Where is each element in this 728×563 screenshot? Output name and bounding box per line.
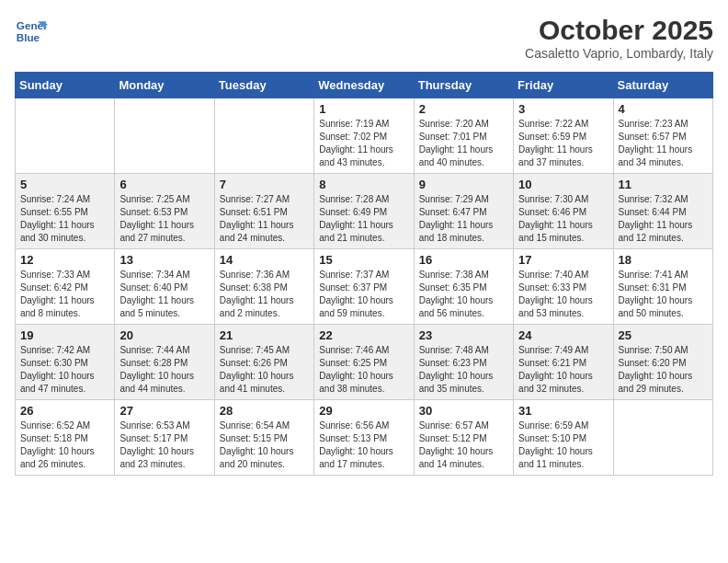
- day-info: Sunrise: 7:46 AM Sunset: 6:25 PM Dayligh…: [319, 344, 408, 396]
- weekday-header-thursday: Thursday: [414, 73, 513, 98]
- day-number: 19: [20, 328, 109, 342]
- day-info: Sunrise: 7:19 AM Sunset: 7:02 PM Dayligh…: [319, 118, 408, 169]
- day-number: 12: [20, 253, 109, 267]
- day-number: 22: [319, 328, 408, 342]
- day-number: 30: [419, 404, 508, 418]
- calendar-cell: 24Sunrise: 7:49 AM Sunset: 6:21 PM Dayli…: [514, 325, 613, 400]
- day-info: Sunrise: 7:49 AM Sunset: 6:21 PM Dayligh…: [518, 344, 608, 396]
- day-number: 10: [518, 178, 608, 191]
- calendar-cell: 30Sunrise: 6:57 AM Sunset: 5:12 PM Dayli…: [414, 400, 513, 476]
- weekday-header-sunday: Sunday: [16, 73, 115, 98]
- calendar-table: SundayMondayTuesdayWednesdayThursdayFrid…: [15, 72, 713, 476]
- day-info: Sunrise: 7:25 AM Sunset: 6:53 PM Dayligh…: [119, 193, 209, 245]
- day-info: Sunrise: 7:33 AM Sunset: 6:42 PM Dayligh…: [20, 269, 109, 320]
- day-info: Sunrise: 7:29 AM Sunset: 6:47 PM Dayligh…: [419, 193, 508, 245]
- day-info: Sunrise: 7:37 AM Sunset: 6:37 PM Dayligh…: [319, 269, 408, 320]
- calendar-cell: 17Sunrise: 7:40 AM Sunset: 6:33 PM Dayli…: [514, 249, 613, 325]
- day-number: 1: [319, 102, 408, 116]
- svg-text:Blue: Blue: [17, 31, 40, 43]
- day-number: 29: [319, 404, 408, 418]
- day-number: 15: [319, 253, 408, 267]
- weekday-header-friday: Friday: [514, 73, 613, 98]
- day-info: Sunrise: 7:27 AM Sunset: 6:51 PM Dayligh…: [220, 193, 309, 245]
- calendar-cell: 7Sunrise: 7:27 AM Sunset: 6:51 PM Daylig…: [214, 174, 313, 249]
- day-info: Sunrise: 7:22 AM Sunset: 6:59 PM Dayligh…: [518, 118, 608, 169]
- calendar-cell: 20Sunrise: 7:44 AM Sunset: 6:28 PM Dayli…: [115, 325, 214, 400]
- calendar-cell: 3Sunrise: 7:22 AM Sunset: 6:59 PM Daylig…: [514, 98, 613, 174]
- calendar-week-row: 5Sunrise: 7:24 AM Sunset: 6:55 PM Daylig…: [16, 174, 713, 249]
- day-number: 2: [419, 102, 508, 116]
- day-info: Sunrise: 7:30 AM Sunset: 6:46 PM Dayligh…: [518, 193, 608, 245]
- day-info: Sunrise: 7:32 AM Sunset: 6:44 PM Dayligh…: [619, 193, 708, 245]
- calendar-cell: 11Sunrise: 7:32 AM Sunset: 6:44 PM Dayli…: [613, 174, 712, 249]
- day-number: 9: [419, 178, 508, 191]
- day-info: Sunrise: 7:44 AM Sunset: 6:28 PM Dayligh…: [119, 344, 209, 396]
- day-info: Sunrise: 7:42 AM Sunset: 6:30 PM Dayligh…: [20, 344, 109, 396]
- day-info: Sunrise: 7:41 AM Sunset: 6:31 PM Dayligh…: [619, 269, 708, 320]
- day-info: Sunrise: 7:48 AM Sunset: 6:23 PM Dayligh…: [419, 344, 508, 396]
- calendar-cell: 16Sunrise: 7:38 AM Sunset: 6:35 PM Dayli…: [414, 249, 513, 325]
- day-number: 23: [419, 328, 508, 342]
- calendar-cell: 8Sunrise: 7:28 AM Sunset: 6:49 PM Daylig…: [314, 174, 414, 249]
- calendar-cell: 23Sunrise: 7:48 AM Sunset: 6:23 PM Dayli…: [414, 325, 513, 400]
- calendar-cell: 18Sunrise: 7:41 AM Sunset: 6:31 PM Dayli…: [613, 249, 712, 325]
- day-info: Sunrise: 6:56 AM Sunset: 5:13 PM Dayligh…: [319, 419, 408, 471]
- day-number: 28: [220, 404, 309, 418]
- weekday-header-saturday: Saturday: [613, 73, 712, 98]
- page-header: General Blue October 2025 Casaletto Vapr…: [15, 15, 713, 61]
- calendar-cell: 14Sunrise: 7:36 AM Sunset: 6:38 PM Dayli…: [214, 249, 313, 325]
- calendar-cell: 21Sunrise: 7:45 AM Sunset: 6:26 PM Dayli…: [214, 325, 313, 400]
- day-number: 17: [518, 253, 608, 267]
- calendar-cell: 2Sunrise: 7:20 AM Sunset: 7:01 PM Daylig…: [414, 98, 513, 174]
- day-number: 21: [220, 328, 309, 342]
- calendar-week-row: 26Sunrise: 6:52 AM Sunset: 5:18 PM Dayli…: [16, 400, 713, 476]
- title-block: October 2025 Casaletto Vaprio, Lombardy,…: [525, 15, 713, 61]
- calendar-week-row: 1Sunrise: 7:19 AM Sunset: 7:02 PM Daylig…: [16, 98, 713, 174]
- calendar-week-row: 12Sunrise: 7:33 AM Sunset: 6:42 PM Dayli…: [16, 249, 713, 325]
- calendar-cell: 5Sunrise: 7:24 AM Sunset: 6:55 PM Daylig…: [16, 174, 115, 249]
- calendar-cell: 25Sunrise: 7:50 AM Sunset: 6:20 PM Dayli…: [613, 325, 712, 400]
- day-number: 14: [220, 253, 309, 267]
- day-info: Sunrise: 7:40 AM Sunset: 6:33 PM Dayligh…: [518, 269, 608, 320]
- day-number: 24: [518, 328, 608, 342]
- calendar-cell: 4Sunrise: 7:23 AM Sunset: 6:57 PM Daylig…: [613, 98, 712, 174]
- calendar-cell: 22Sunrise: 7:46 AM Sunset: 6:25 PM Dayli…: [314, 325, 414, 400]
- weekday-header-row: SundayMondayTuesdayWednesdayThursdayFrid…: [16, 73, 713, 98]
- day-info: Sunrise: 7:50 AM Sunset: 6:20 PM Dayligh…: [619, 344, 708, 396]
- weekday-header-monday: Monday: [115, 73, 214, 98]
- day-info: Sunrise: 7:28 AM Sunset: 6:49 PM Dayligh…: [319, 193, 408, 245]
- day-number: 11: [619, 178, 708, 191]
- calendar-cell: 1Sunrise: 7:19 AM Sunset: 7:02 PM Daylig…: [314, 98, 414, 174]
- day-info: Sunrise: 7:45 AM Sunset: 6:26 PM Dayligh…: [220, 344, 309, 396]
- day-number: 4: [619, 102, 708, 116]
- day-info: Sunrise: 7:24 AM Sunset: 6:55 PM Dayligh…: [20, 193, 109, 245]
- day-info: Sunrise: 6:52 AM Sunset: 5:18 PM Dayligh…: [20, 419, 109, 471]
- day-number: 25: [619, 328, 708, 342]
- logo: General Blue: [15, 15, 48, 48]
- logo-icon: General Blue: [15, 15, 48, 48]
- day-number: 5: [20, 178, 109, 191]
- day-number: 27: [119, 404, 209, 418]
- calendar-cell: 27Sunrise: 6:53 AM Sunset: 5:17 PM Dayli…: [115, 400, 214, 476]
- day-number: 6: [119, 178, 209, 191]
- calendar-cell: 13Sunrise: 7:34 AM Sunset: 6:40 PM Dayli…: [115, 249, 214, 325]
- weekday-header-tuesday: Tuesday: [214, 73, 313, 98]
- day-info: Sunrise: 6:54 AM Sunset: 5:15 PM Dayligh…: [220, 419, 309, 471]
- day-info: Sunrise: 6:57 AM Sunset: 5:12 PM Dayligh…: [419, 419, 508, 471]
- day-info: Sunrise: 7:36 AM Sunset: 6:38 PM Dayligh…: [220, 269, 309, 320]
- calendar-cell: 28Sunrise: 6:54 AM Sunset: 5:15 PM Dayli…: [214, 400, 313, 476]
- calendar-cell: 29Sunrise: 6:56 AM Sunset: 5:13 PM Dayli…: [314, 400, 414, 476]
- weekday-header-wednesday: Wednesday: [314, 73, 414, 98]
- calendar-cell: 10Sunrise: 7:30 AM Sunset: 6:46 PM Dayli…: [514, 174, 613, 249]
- day-info: Sunrise: 7:23 AM Sunset: 6:57 PM Dayligh…: [619, 118, 708, 169]
- calendar-cell: 19Sunrise: 7:42 AM Sunset: 6:30 PM Dayli…: [16, 325, 115, 400]
- calendar-cell: 15Sunrise: 7:37 AM Sunset: 6:37 PM Dayli…: [314, 249, 414, 325]
- page-title: October 2025: [525, 15, 713, 46]
- day-number: 20: [119, 328, 209, 342]
- day-info: Sunrise: 7:34 AM Sunset: 6:40 PM Dayligh…: [119, 269, 209, 320]
- day-number: 7: [220, 178, 309, 191]
- calendar-cell: 6Sunrise: 7:25 AM Sunset: 6:53 PM Daylig…: [115, 174, 214, 249]
- calendar-cell: [16, 98, 115, 174]
- day-number: 31: [518, 404, 608, 418]
- calendar-cell: [613, 400, 712, 476]
